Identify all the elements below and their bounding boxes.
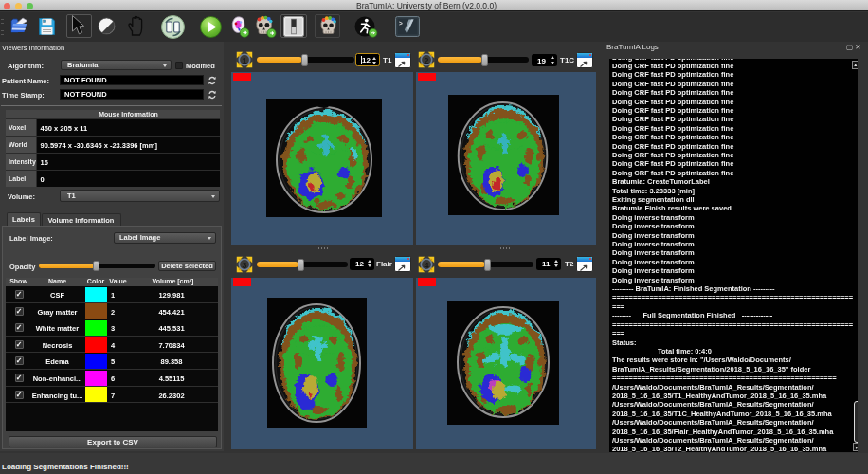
svg-text:2: 2 — [424, 56, 428, 65]
svg-text:4: 4 — [424, 261, 428, 270]
svg-text:3: 3 — [242, 261, 246, 270]
svg-text:1: 1 — [242, 56, 246, 65]
